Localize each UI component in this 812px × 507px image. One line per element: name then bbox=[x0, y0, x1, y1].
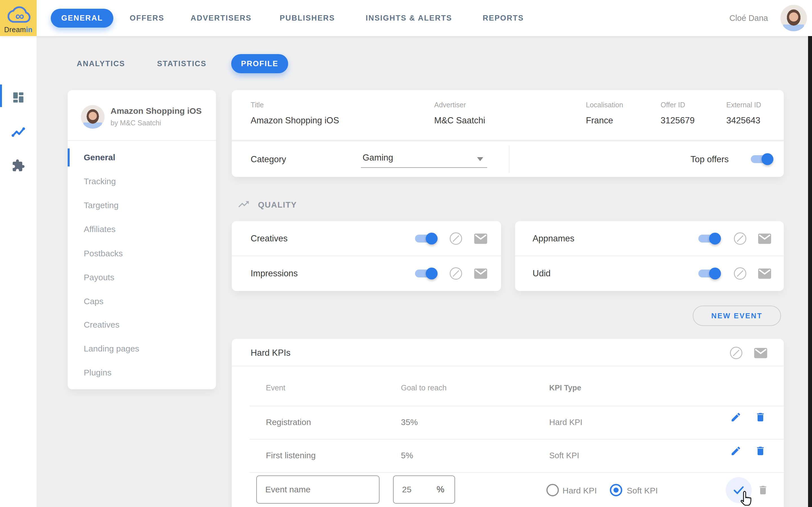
hard-kpi-radio-label[interactable]: Hard KPI bbox=[562, 486, 597, 496]
offer-menu-payouts[interactable]: Payouts bbox=[68, 266, 216, 289]
new-event-button[interactable]: NEW EVENT bbox=[693, 305, 781, 326]
quality-card-right: Appnames Udid bbox=[515, 221, 784, 291]
field-value-title: Amazon Shopping iOS bbox=[251, 115, 339, 126]
impressions-toggle[interactable] bbox=[415, 270, 436, 277]
offer-title: Amazon Shopping iOS bbox=[110, 106, 202, 116]
nav-item-offers[interactable]: OFFERS bbox=[130, 14, 164, 22]
creatives-toggle[interactable] bbox=[415, 235, 436, 242]
appnames-toggle[interactable] bbox=[698, 235, 719, 242]
percent-suffix: % bbox=[437, 485, 444, 495]
field-value-external-id: 3425643 bbox=[726, 115, 760, 126]
hard-kpi-radio[interactable] bbox=[546, 484, 559, 496]
event-name-field[interactable] bbox=[256, 475, 379, 504]
nav-item-publishers[interactable]: PUBLISHERS bbox=[280, 14, 335, 22]
offer-card: Amazon Shopping iOS by M&C Saatchi Gener… bbox=[68, 90, 216, 389]
block-icon[interactable] bbox=[450, 232, 462, 245]
edit-pencil-icon[interactable] bbox=[730, 411, 742, 424]
cell-goal: 5% bbox=[401, 451, 413, 460]
goal-input[interactable] bbox=[394, 476, 427, 503]
mouse-cursor-pointer bbox=[738, 491, 753, 507]
field-label-localisation: Localisation bbox=[586, 101, 623, 109]
events-card: Hard KPIs Event Goal to reach KPI Type R… bbox=[232, 339, 784, 507]
edit-pencil-icon[interactable] bbox=[730, 445, 742, 458]
cell-kpi-type: Soft KPI bbox=[549, 451, 579, 460]
divider bbox=[515, 256, 784, 256]
tab-profile[interactable]: PROFILE bbox=[231, 54, 288, 73]
quality-card-left: Creatives Impressions bbox=[232, 221, 501, 291]
delete-trash-icon[interactable] bbox=[755, 445, 766, 458]
goal-field[interactable]: % bbox=[393, 475, 455, 504]
nav-item-reports[interactable]: REPORTS bbox=[483, 14, 524, 22]
mail-icon[interactable] bbox=[758, 269, 771, 280]
offer-menu-affiliates[interactable]: Affiliates bbox=[68, 217, 216, 241]
divider bbox=[68, 140, 216, 141]
category-select[interactable]: Gaming bbox=[361, 150, 487, 168]
offer-menu-caps[interactable]: Caps bbox=[68, 290, 216, 313]
tab-analytics[interactable]: ANALYTICS bbox=[77, 59, 125, 68]
event-name-input[interactable] bbox=[257, 476, 379, 503]
block-icon[interactable] bbox=[734, 232, 746, 245]
icon-sidebar bbox=[0, 36, 37, 507]
dashboard-icon[interactable] bbox=[11, 91, 25, 104]
cloud-logo-icon: ∞ bbox=[6, 4, 31, 24]
category-select-value: Gaming bbox=[363, 153, 393, 163]
block-icon[interactable] bbox=[730, 347, 742, 359]
top-bar: ∞ Dreamin GENERAL OFFERS ADVERTISERS PUB… bbox=[0, 0, 812, 36]
divider bbox=[250, 406, 784, 406]
offer-menu-general[interactable]: General bbox=[68, 146, 216, 169]
nav-item-advertisers[interactable]: ADVERTISERS bbox=[191, 14, 252, 22]
plugins-puzzle-icon[interactable] bbox=[11, 159, 25, 172]
nav-item-insights-alerts[interactable]: INSIGHTS & ALERTS bbox=[366, 14, 452, 22]
offer-menu-landing-pages[interactable]: Landing pages bbox=[68, 337, 216, 360]
quality-row-label: Creatives bbox=[251, 233, 288, 244]
events-group-title: Hard KPIs bbox=[251, 348, 290, 358]
user-avatar[interactable] bbox=[780, 5, 807, 31]
column-header-kpi-type: KPI Type bbox=[549, 384, 581, 392]
mail-icon[interactable] bbox=[474, 233, 487, 245]
mail-icon[interactable] bbox=[474, 269, 487, 280]
mail-icon[interactable] bbox=[758, 233, 771, 245]
divider bbox=[250, 472, 784, 473]
chevron-down-icon bbox=[477, 157, 483, 161]
block-icon[interactable] bbox=[450, 267, 462, 280]
soft-kpi-radio-label[interactable]: Soft KPI bbox=[627, 486, 658, 496]
brand-logo[interactable]: ∞ Dreamin bbox=[0, 0, 37, 36]
offer-menu-tracking[interactable]: Tracking bbox=[68, 170, 216, 193]
delete-trash-icon[interactable] bbox=[755, 411, 766, 424]
nav-item-general[interactable]: GENERAL bbox=[51, 9, 113, 27]
offer-menu-postbacks[interactable]: Postbacks bbox=[68, 242, 216, 265]
top-offers-toggle[interactable] bbox=[751, 155, 772, 163]
delete-trash-icon[interactable] bbox=[757, 485, 769, 497]
field-value-offer-id: 3125679 bbox=[661, 115, 695, 126]
field-value-localisation: France bbox=[586, 115, 613, 126]
tab-statistics[interactable]: STATISTICS bbox=[157, 59, 207, 68]
offer-info-card: Title Amazon Shopping iOS Advertiser M&C… bbox=[232, 90, 784, 177]
card-split-divider bbox=[232, 140, 784, 142]
block-icon[interactable] bbox=[734, 267, 746, 280]
cell-event: Registration bbox=[266, 417, 311, 427]
offer-avatar bbox=[81, 105, 105, 129]
page-scrollbar[interactable] bbox=[808, 36, 812, 507]
divider bbox=[232, 256, 501, 256]
user-name[interactable]: Cloé Dana bbox=[729, 13, 768, 23]
soft-kpi-radio[interactable] bbox=[610, 484, 622, 496]
infinity-glyph: ∞ bbox=[15, 9, 24, 23]
field-label-offer-id: Offer ID bbox=[661, 101, 685, 109]
sidebar-active-indicator bbox=[0, 84, 2, 107]
offer-menu-creatives[interactable]: Creatives bbox=[68, 313, 216, 337]
app-root: ∞ Dreamin GENERAL OFFERS ADVERTISERS PUB… bbox=[0, 0, 812, 507]
quality-row-label: Appnames bbox=[532, 233, 574, 244]
analytics-trending-icon[interactable] bbox=[11, 124, 25, 138]
cell-goal: 35% bbox=[401, 417, 418, 427]
quality-row-label: Udid bbox=[532, 269, 551, 279]
field-label-external-id: External ID bbox=[726, 101, 761, 109]
field-label-title: Title bbox=[251, 101, 264, 109]
offer-menu-targeting[interactable]: Targeting bbox=[68, 193, 216, 217]
offer-menu-plugins[interactable]: Plugins bbox=[68, 361, 216, 385]
quality-section-title: QUALITY bbox=[258, 200, 297, 210]
mail-icon[interactable] bbox=[754, 348, 767, 359]
cell-event: First listening bbox=[266, 451, 316, 460]
divider bbox=[232, 365, 784, 367]
udid-toggle[interactable] bbox=[698, 270, 719, 277]
field-value-advertiser: M&C Saatchi bbox=[434, 115, 485, 126]
